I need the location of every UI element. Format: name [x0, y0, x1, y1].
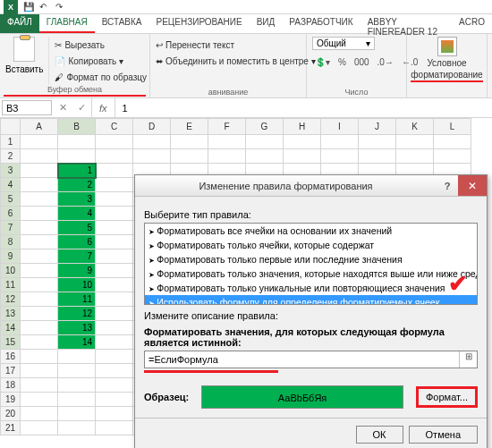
range-picker-icon[interactable]: ⊞ — [459, 351, 477, 368]
cell-D2[interactable] — [133, 149, 171, 164]
wrap-text-button[interactable]: ↩ Перенести текст — [156, 37, 301, 53]
cell-A2[interactable] — [21, 149, 58, 164]
rule-type-item[interactable]: Форматировать только значения, которые н… — [145, 266, 477, 281]
cell-C21[interactable] — [96, 421, 133, 435]
cell-A11[interactable] — [21, 278, 58, 292]
cell-A9[interactable] — [21, 249, 58, 264]
cell-A8[interactable] — [21, 235, 58, 249]
cell-C6[interactable] — [96, 207, 133, 221]
cell-C20[interactable] — [96, 407, 133, 421]
cell-A18[interactable] — [21, 378, 58, 393]
rule-type-item-selected[interactable]: Использовать формулу для определения фор… — [145, 295, 477, 305]
cell-C4[interactable] — [96, 178, 133, 192]
conditional-formatting-button[interactable]: Условное форматирование — [412, 37, 481, 82]
cell-A4[interactable] — [21, 178, 58, 192]
tab-developer[interactable]: РАЗРАБОТЧИК — [282, 14, 360, 33]
tab-acrobat[interactable]: ACRO — [452, 14, 492, 33]
cell-B18[interactable] — [58, 378, 96, 393]
cell-A17[interactable] — [21, 364, 58, 378]
rule-type-item[interactable]: Форматировать все ячейки на основании их… — [145, 224, 477, 238]
cell-B2[interactable] — [58, 149, 96, 164]
tab-abbyy[interactable]: ABBYY FineReader 12 — [361, 14, 452, 33]
increase-decimal-button[interactable]: .0→ — [375, 57, 396, 67]
cell-A21[interactable] — [21, 421, 58, 435]
cell-A19[interactable] — [21, 393, 58, 407]
cell-C15[interactable] — [96, 335, 133, 350]
cell-A10[interactable] — [21, 264, 58, 278]
cell-H1[interactable] — [284, 135, 321, 149]
rule-type-listbox[interactable]: Форматировать все ячейки на основании их… — [144, 223, 478, 305]
cell-A14[interactable] — [21, 321, 58, 335]
cell-I1[interactable] — [321, 135, 359, 149]
close-icon[interactable]: ✕ — [458, 175, 487, 196]
cell-C13[interactable] — [96, 307, 133, 321]
cell-A13[interactable] — [21, 307, 58, 321]
cell-B10[interactable]: 9 — [58, 264, 96, 278]
paste-button[interactable]: Вставить — [5, 64, 43, 74]
merge-center-button[interactable]: ⬌ Объединить и поместить в центре ▾ — [156, 53, 301, 69]
paste-icon[interactable] — [13, 37, 35, 62]
cell-G2[interactable] — [246, 149, 284, 164]
percent-button[interactable]: % — [335, 57, 349, 67]
cell-B1[interactable] — [58, 135, 96, 149]
cell-A5[interactable] — [21, 192, 58, 207]
currency-button[interactable]: 💲▾ — [312, 57, 333, 67]
cell-B19[interactable] — [58, 393, 96, 407]
cell-B5[interactable]: 3 — [58, 192, 96, 207]
cell-C1[interactable] — [96, 135, 133, 149]
cell-J1[interactable] — [359, 135, 396, 149]
cell-B20[interactable] — [58, 407, 96, 421]
cell-C2[interactable] — [96, 149, 133, 164]
cell-C7[interactable] — [96, 221, 133, 235]
cell-B16[interactable] — [58, 350, 96, 364]
tab-insert[interactable]: ВСТАВКА — [95, 14, 149, 33]
cell-B21[interactable] — [58, 421, 96, 435]
cell-G1[interactable] — [246, 135, 284, 149]
cell-K1[interactable] — [396, 135, 434, 149]
cell-B9[interactable]: 7 — [58, 249, 96, 264]
cancel-button[interactable]: Отмена — [409, 426, 478, 444]
cell-C11[interactable] — [96, 278, 133, 292]
cell-B7[interactable]: 5 — [58, 221, 96, 235]
cut-button[interactable]: ✂ Вырезать — [55, 37, 147, 53]
cancel-formula-icon[interactable]: ✕ — [54, 102, 72, 114]
cell-C18[interactable] — [96, 378, 133, 393]
cell-C5[interactable] — [96, 192, 133, 207]
cell-C12[interactable] — [96, 292, 133, 307]
cell-H2[interactable] — [284, 149, 321, 164]
cell-C3[interactable] — [96, 164, 133, 178]
cell-F2[interactable] — [208, 149, 246, 164]
cell-C16[interactable] — [96, 350, 133, 364]
cell-C14[interactable] — [96, 321, 133, 335]
cell-B4[interactable]: 2 — [58, 178, 96, 192]
cell-J2[interactable] — [359, 149, 396, 164]
tab-view[interactable]: ВИД — [250, 14, 283, 33]
cell-B13[interactable]: 12 — [58, 307, 96, 321]
cell-I2[interactable] — [321, 149, 359, 164]
cell-A12[interactable] — [21, 292, 58, 307]
cell-A3[interactable] — [21, 164, 58, 178]
cell-B12[interactable]: 11 — [58, 292, 96, 307]
format-button[interactable]: Формат... — [416, 386, 478, 408]
cell-E2[interactable] — [171, 149, 208, 164]
cell-A16[interactable] — [21, 350, 58, 364]
save-icon[interactable]: 💾 — [23, 2, 34, 13]
name-box[interactable]: B3 — [2, 100, 52, 115]
enter-formula-icon[interactable]: ✓ — [72, 102, 91, 114]
rule-type-item[interactable]: Форматировать только ячейки, которые сод… — [145, 238, 477, 252]
undo-icon[interactable]: ↶ — [39, 2, 50, 13]
cell-C9[interactable] — [96, 249, 133, 264]
tab-home[interactable]: ГЛАВНАЯ — [39, 14, 95, 33]
cell-A1[interactable] — [21, 135, 58, 149]
tab-file[interactable]: ФАЙЛ — [0, 14, 39, 33]
copy-button[interactable]: 📄 Копировать ▾ — [55, 53, 147, 69]
cell-B6[interactable]: 4 — [58, 207, 96, 221]
cell-B14[interactable]: 13 — [58, 321, 96, 335]
cell-B15[interactable]: 14 — [58, 335, 96, 350]
rule-type-item[interactable]: Форматировать только уникальные или повт… — [145, 281, 477, 295]
cell-B11[interactable]: 10 — [58, 278, 96, 292]
cell-B8[interactable]: 6 — [58, 235, 96, 249]
redo-icon[interactable]: ↷ — [55, 2, 66, 13]
cell-C10[interactable] — [96, 264, 133, 278]
formula-input-field[interactable] — [145, 351, 459, 368]
